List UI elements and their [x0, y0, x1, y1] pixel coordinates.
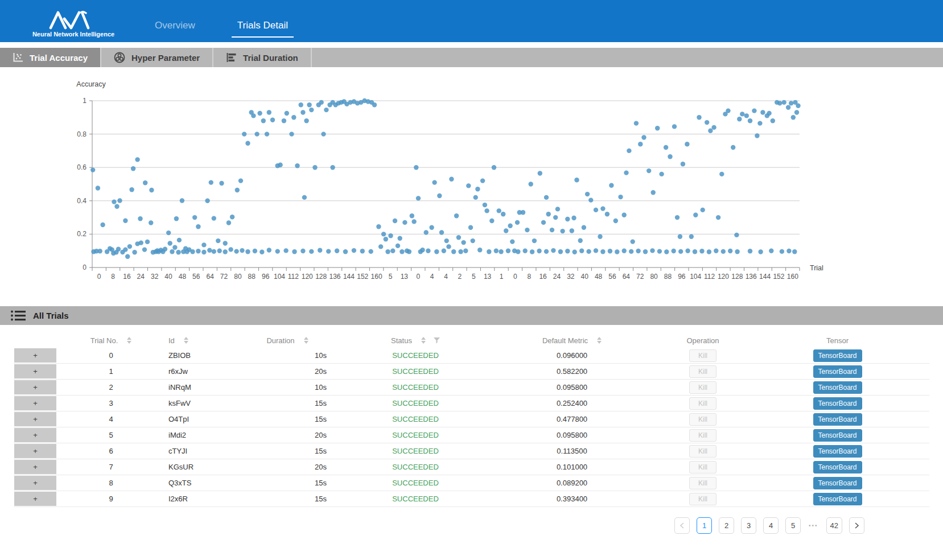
x-tick-label: 88 [664, 273, 672, 281]
x-tick-label: 13 [484, 273, 492, 281]
kill-button[interactable]: Kill [689, 397, 716, 410]
app-root: Neural Network Intelligence OverviewTria… [0, 0, 943, 534]
tensorboard-button[interactable]: TensorBoard [813, 381, 862, 394]
kill-button[interactable]: Kill [689, 381, 716, 394]
x-tick-label: 40 [581, 273, 589, 281]
tensorboard-button[interactable]: TensorBoard [813, 429, 862, 442]
scatter-point [324, 108, 328, 112]
kill-button[interactable]: Kill [689, 365, 716, 378]
cell-trial-no: 6 [57, 443, 165, 459]
scatter-point [483, 203, 487, 207]
expand-row-button[interactable]: + [14, 427, 57, 443]
x-tick-label: 8 [527, 273, 531, 281]
x-tick-label: 40 [164, 273, 172, 281]
nav-tab-overview[interactable]: Overview [155, 20, 195, 38]
scatter-point [449, 177, 454, 182]
scatter-point [675, 215, 680, 220]
cell-trial-no: 9 [57, 491, 165, 507]
scatter-point [335, 249, 339, 253]
scatter-point [701, 208, 705, 212]
expand-row-button[interactable]: + [14, 348, 57, 363]
kill-button[interactable]: Kill [689, 477, 716, 489]
scatter-point [705, 120, 709, 125]
scatter-point [789, 101, 793, 105]
scatter-point [757, 121, 762, 125]
scatter-point [471, 238, 475, 243]
cell-duration: 20s [228, 364, 347, 379]
page-button-4[interactable]: 4 [763, 517, 779, 534]
col-header-trial-no[interactable]: Trial No. [57, 333, 165, 348]
scatter-point [530, 249, 534, 254]
scatter-point [127, 244, 132, 249]
scatter-point [586, 249, 591, 254]
next-page-button[interactable] [849, 517, 864, 534]
table-row: +4O4TpI15sSUCCEEDED0.477800KillTensorBoa… [14, 411, 929, 427]
tab-trial-duration[interactable]: Trial Duration [213, 48, 312, 67]
prev-page-button[interactable] [674, 517, 690, 534]
filter-icon[interactable] [434, 337, 440, 344]
page-button-1[interactable]: 1 [697, 517, 712, 534]
expand-row-button[interactable]: + [14, 459, 57, 475]
cell-id: I2x6R [165, 491, 228, 507]
tensorboard-button[interactable]: TensorBoard [813, 445, 862, 458]
kill-button[interactable]: Kill [689, 493, 716, 505]
expand-row-button[interactable]: + [14, 396, 57, 411]
tensorboard-button[interactable]: TensorBoard [813, 461, 862, 473]
tensorboard-button[interactable]: TensorBoard [813, 477, 862, 489]
expand-row-button[interactable]: + [14, 411, 57, 427]
scatter-point [177, 238, 182, 242]
tensorboard-button[interactable]: TensorBoard [813, 413, 862, 426]
expand-row-button[interactable]: + [14, 491, 57, 507]
expand-row-button[interactable]: + [14, 380, 57, 395]
tab-trial-accuracy[interactable]: Trial Accuracy [0, 48, 101, 67]
scatter-point [672, 124, 677, 129]
page-button-3[interactable]: 3 [741, 517, 756, 534]
tensorboard-button[interactable]: TensorBoard [813, 365, 862, 378]
scatter-point [748, 118, 752, 123]
page-button-2[interactable]: 2 [719, 517, 734, 534]
x-tick-label: 80 [234, 273, 242, 281]
scatter-point [681, 162, 685, 166]
expand-row-button[interactable]: + [14, 443, 57, 459]
scatter-point [319, 100, 324, 105]
kill-button[interactable]: Kill [689, 461, 716, 473]
scatter-point [767, 111, 771, 116]
scatter-point [578, 238, 583, 243]
tensorboard-button[interactable]: TensorBoard [813, 397, 862, 410]
scatter-point [390, 249, 395, 253]
col-header-status[interactable]: Status [347, 333, 484, 348]
kill-button[interactable]: Kill [689, 429, 716, 442]
scatter-point [149, 188, 154, 192]
y-tick-label: 0.4 [77, 197, 87, 205]
tensorboard-button[interactable]: TensorBoard [813, 349, 862, 362]
nav-tab-trials-detail[interactable]: Trials Detail [232, 20, 294, 38]
page-button-5[interactable]: 5 [785, 517, 801, 534]
scatter-point [318, 248, 322, 253]
kill-button[interactable]: Kill [689, 445, 716, 458]
page-ellipsis[interactable]: ••• [808, 522, 820, 529]
x-tick-label: 4 [430, 273, 434, 281]
scatter-point [565, 249, 570, 253]
kill-button[interactable]: Kill [689, 349, 716, 362]
scatter-point [560, 229, 565, 233]
col-header-id[interactable]: Id [165, 333, 228, 348]
scatter-point [726, 108, 730, 113]
col-header-default-metric[interactable]: Default Metric [484, 333, 660, 348]
y-tick-label: 0.2 [77, 230, 87, 238]
tensorboard-button[interactable]: TensorBoard [813, 493, 862, 505]
x-tick-label: 104 [690, 273, 701, 281]
expand-row-button[interactable]: + [14, 475, 57, 491]
page-button-42[interactable]: 42 [826, 517, 842, 534]
scatter-point [267, 248, 271, 252]
scatter-point [117, 198, 122, 203]
expand-row-button[interactable]: + [14, 364, 57, 379]
scatter-point [487, 249, 491, 254]
scatter-point [714, 249, 718, 253]
scatter-point [643, 249, 648, 254]
col-header-duration[interactable]: Duration [228, 333, 347, 348]
kill-button[interactable]: Kill [689, 413, 716, 426]
cell-status: SUCCEEDED [347, 491, 484, 507]
tab-hyper-parameter[interactable]: Hyper Parameter [101, 48, 213, 67]
scatter-point [267, 110, 271, 114]
scatter-point [114, 204, 119, 209]
